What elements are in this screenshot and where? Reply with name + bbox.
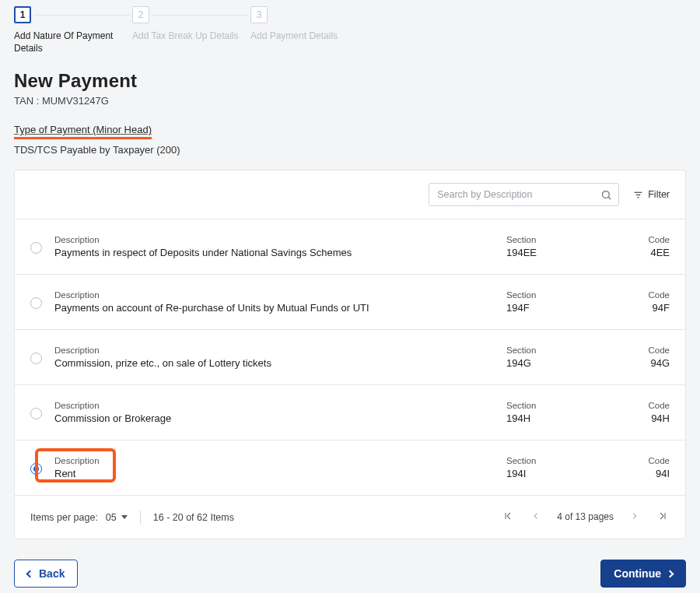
col-section-label: Section bbox=[506, 456, 615, 465]
col-desc-label: Description bbox=[54, 401, 506, 410]
step-1-label: Add Nature Of Payment Details bbox=[14, 30, 123, 54]
page-prev-button[interactable] bbox=[530, 510, 541, 525]
caret-down-icon bbox=[121, 515, 128, 519]
radio-option[interactable] bbox=[30, 297, 42, 309]
col-code-label: Code bbox=[615, 456, 670, 465]
items-per-page-label: Items per page: bbox=[30, 512, 98, 523]
col-code-label: Code bbox=[615, 290, 670, 300]
table-row[interactable]: DescriptionPayments on account of Re-pur… bbox=[15, 274, 685, 329]
step-2[interactable]: 2 bbox=[132, 6, 149, 23]
col-section-value: 194H bbox=[506, 412, 615, 424]
col-code-value: 94H bbox=[615, 412, 670, 424]
step-1[interactable]: 1 bbox=[14, 6, 31, 23]
step-3[interactable]: 3 bbox=[250, 6, 268, 23]
tan-line: TAN : MUMV31247G bbox=[14, 95, 686, 107]
items-range: 16 - 20 of 62 Items bbox=[153, 512, 234, 523]
col-desc-value: Payments on account of Re-purchase of Un… bbox=[54, 302, 506, 314]
col-desc-value: Payments in respect of Deposits under Na… bbox=[54, 247, 506, 258]
col-code-label: Code bbox=[615, 401, 670, 410]
col-section-value: 194F bbox=[506, 302, 615, 314]
page-last-button[interactable] bbox=[656, 510, 670, 525]
col-desc-label: Description bbox=[54, 346, 506, 355]
step-2-label: Add Tax Break Up Details bbox=[132, 30, 241, 42]
col-desc-label: Description bbox=[54, 290, 506, 300]
search-icon bbox=[600, 189, 612, 201]
svg-line-1 bbox=[609, 198, 611, 200]
col-code-label: Code bbox=[615, 235, 670, 244]
col-code-value: 94F bbox=[615, 302, 670, 314]
items-per-page-select[interactable]: 05 bbox=[106, 512, 128, 523]
table-row[interactable]: DescriptionCommission, prize etc., on sa… bbox=[15, 329, 685, 384]
table-row[interactable]: DescriptionRentSection194ICode94I bbox=[15, 440, 685, 495]
col-code-value: 94G bbox=[615, 357, 670, 369]
radio-option[interactable] bbox=[30, 408, 42, 419]
divider bbox=[140, 511, 141, 525]
radio-option[interactable] bbox=[30, 242, 42, 254]
col-desc-label: Description bbox=[54, 456, 506, 465]
radio-option[interactable] bbox=[30, 463, 42, 475]
step-3-label: Add Payment Details bbox=[250, 30, 338, 42]
table-row[interactable]: DescriptionPayments in respect of Deposi… bbox=[15, 219, 685, 274]
page-next-button[interactable] bbox=[629, 510, 640, 525]
chevron-right-icon bbox=[667, 570, 674, 577]
svg-point-0 bbox=[603, 191, 610, 198]
page-first-button[interactable] bbox=[501, 510, 515, 525]
col-code-label: Code bbox=[615, 346, 670, 355]
col-section-label: Section bbox=[506, 401, 615, 410]
col-section-label: Section bbox=[506, 346, 615, 355]
continue-button[interactable]: Continue bbox=[600, 560, 686, 588]
col-section-value: 194EE bbox=[506, 247, 615, 258]
page-title: New Payment bbox=[14, 70, 686, 92]
filter-button[interactable]: Filter bbox=[633, 189, 670, 200]
col-desc-value: Commission or Brokerage bbox=[54, 412, 506, 424]
radio-option[interactable] bbox=[30, 353, 42, 364]
search-input[interactable]: Search by Description bbox=[429, 183, 619, 206]
page-count: 4 of 13 pages bbox=[557, 511, 614, 523]
col-section-value: 194G bbox=[506, 357, 615, 369]
col-section-label: Section bbox=[506, 290, 615, 300]
back-button[interactable]: Back bbox=[14, 560, 78, 588]
search-placeholder: Search by Description bbox=[437, 189, 532, 200]
col-desc-value: Commission, prize etc., on sale of Lotte… bbox=[54, 357, 506, 369]
pagination: Items per page: 05 16 - 20 of 62 Items 4… bbox=[15, 495, 685, 539]
chevron-left-icon bbox=[26, 570, 34, 577]
type-of-payment-link[interactable]: Type of Payment (Minor Head) bbox=[14, 124, 152, 139]
col-code-value: 4EE bbox=[615, 247, 670, 258]
col-section-value: 194I bbox=[506, 468, 615, 479]
col-desc-label: Description bbox=[54, 235, 506, 244]
step-connector bbox=[152, 15, 248, 16]
table-row[interactable]: DescriptionCommission or BrokerageSectio… bbox=[15, 384, 685, 440]
col-desc-value: Rent bbox=[54, 468, 506, 479]
options-card: Search by Description Filter Description… bbox=[14, 170, 686, 539]
type-of-payment-value: TDS/TCS Payable by Taxpayer (200) bbox=[14, 144, 686, 156]
col-code-value: 94I bbox=[615, 468, 670, 479]
col-section-label: Section bbox=[506, 235, 615, 244]
filter-icon bbox=[633, 191, 643, 199]
stepper: 1 Add Nature Of Payment Details 2 Add Ta… bbox=[14, 6, 686, 54]
step-connector bbox=[33, 15, 130, 16]
